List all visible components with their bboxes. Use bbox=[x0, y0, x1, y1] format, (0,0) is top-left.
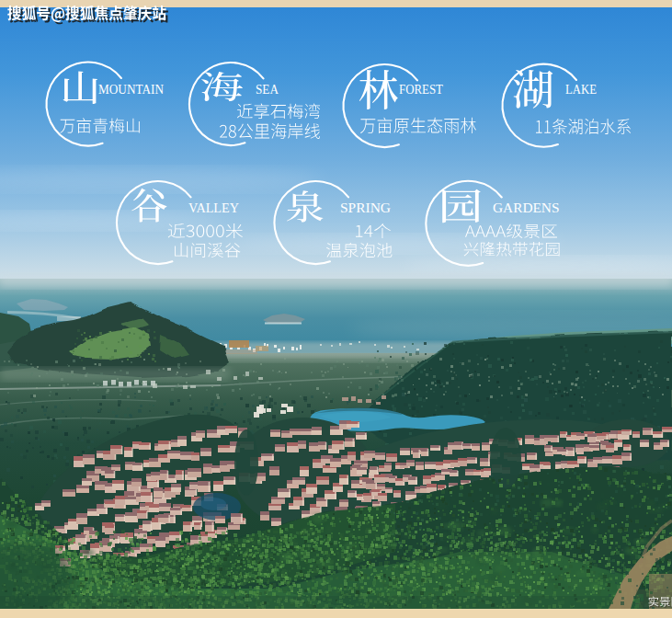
svg-text:GARDENS: GARDENS bbox=[493, 200, 560, 215]
svg-text:SEA: SEA bbox=[256, 82, 279, 97]
svg-text:FOREST: FOREST bbox=[399, 82, 443, 97]
svg-text:VALLEY: VALLEY bbox=[188, 200, 240, 215]
svg-text:SPRING: SPRING bbox=[340, 200, 392, 215]
svg-text:MOUNTAIN: MOUNTAIN bbox=[98, 82, 164, 97]
svg-text:LAKE: LAKE bbox=[565, 82, 597, 97]
